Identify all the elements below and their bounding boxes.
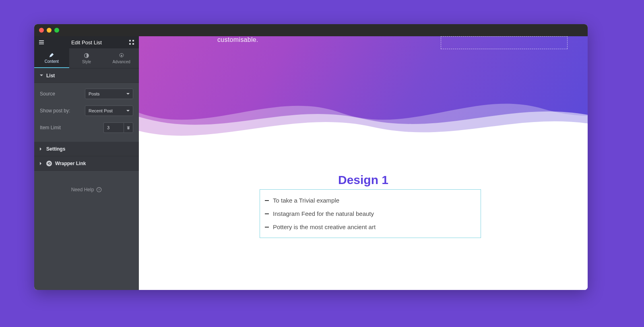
section-wrapper-header[interactable]: ⟲ Wrapper Link <box>34 156 139 171</box>
tab-style-label: Style <box>82 60 91 64</box>
section-list-body: Source Posts Show post by: Recent Post I… <box>34 83 139 142</box>
chevron-down-icon <box>126 110 130 113</box>
window-close-button[interactable] <box>39 28 44 33</box>
item-limit-group: 3 <box>103 122 133 133</box>
menu-icon[interactable] <box>38 39 45 46</box>
contrast-icon <box>84 53 89 58</box>
tab-advanced[interactable]: Advanced <box>104 48 139 68</box>
svg-rect-3 <box>132 43 134 45</box>
help-icon: ? <box>96 187 102 192</box>
item-limit-clear-button[interactable] <box>124 122 133 133</box>
post-list-item[interactable]: Instagram Feed for the natural beauty <box>265 207 476 220</box>
show-by-value: Recent Post <box>89 108 113 113</box>
window-minimize-button[interactable] <box>47 28 52 33</box>
hero-text-fragment: customisable. <box>217 36 258 43</box>
window-maximize-button[interactable] <box>54 28 59 33</box>
post-list-widget[interactable]: To take a Trivial example Instagram Feed… <box>260 189 481 238</box>
control-source: Source Posts <box>40 89 133 99</box>
svg-rect-0 <box>129 40 131 41</box>
tab-content[interactable]: Content <box>34 48 69 68</box>
chevron-right-icon <box>40 147 43 151</box>
link-icon: ⟲ <box>46 161 52 166</box>
svg-point-5 <box>121 55 122 56</box>
svg-rect-1 <box>132 40 134 41</box>
svg-rect-7 <box>127 126 130 127</box>
app-body: Edit Post List Content Style Advanced <box>34 36 588 290</box>
section-settings-title: Settings <box>46 146 65 152</box>
dash-icon <box>265 213 269 214</box>
tab-advanced-label: Advanced <box>112 60 130 64</box>
section-list-title: List <box>46 73 55 79</box>
app-window: Edit Post List Content Style Advanced <box>34 24 588 290</box>
svg-rect-6 <box>128 127 130 129</box>
hero-placeholder-box[interactable] <box>441 36 568 49</box>
section-list-header[interactable]: List <box>34 68 139 83</box>
post-list-item[interactable]: Pottery is the most creative ancient art <box>265 220 476 234</box>
item-limit-label: Item Limit <box>40 125 61 130</box>
help-label: Need Help <box>71 187 94 192</box>
source-value: Posts <box>89 91 100 96</box>
control-show-by: Show post by: Recent Post <box>40 106 133 116</box>
chevron-down-icon <box>126 93 130 96</box>
editor-tabs: Content Style Advanced <box>34 48 139 68</box>
grid-icon[interactable] <box>128 39 135 46</box>
sidebar-title: Edit Post List <box>45 39 128 46</box>
source-select[interactable]: Posts <box>85 89 133 99</box>
item-limit-value: 3 <box>107 125 109 130</box>
tab-content-label: Content <box>45 59 59 64</box>
source-label: Source <box>40 91 55 97</box>
svg-text:?: ? <box>98 188 100 192</box>
svg-rect-2 <box>129 43 131 45</box>
control-item-limit: Item Limit 3 <box>40 122 133 133</box>
gear-icon <box>119 53 124 58</box>
dash-icon <box>265 227 269 228</box>
item-limit-input[interactable]: 3 <box>103 122 124 133</box>
sidebar-header: Edit Post List <box>34 36 139 48</box>
post-list-item[interactable]: To take a Trivial example <box>265 194 476 207</box>
show-by-select[interactable]: Recent Post <box>85 106 133 116</box>
dash-icon <box>265 200 269 201</box>
chevron-down-icon <box>40 75 43 78</box>
post-title: Instagram Feed for the natural beauty <box>273 210 374 217</box>
show-by-label: Show post by: <box>40 108 70 114</box>
trash-icon <box>126 126 130 130</box>
design-title: Design 1 <box>139 173 588 187</box>
preview-canvas[interactable]: customisable. Design 1 To take a Trivial… <box>139 36 588 290</box>
window-titlebar <box>34 24 588 36</box>
post-title: To take a Trivial example <box>273 197 339 204</box>
chevron-right-icon <box>40 162 43 165</box>
editor-sidebar: Edit Post List Content Style Advanced <box>34 36 139 290</box>
wave-layer-3 <box>139 103 588 151</box>
section-wrapper-title: Wrapper Link <box>55 161 86 166</box>
tab-style[interactable]: Style <box>69 48 104 68</box>
pencil-icon <box>49 52 54 58</box>
section-settings-header[interactable]: Settings <box>34 142 139 156</box>
post-title: Pottery is the most creative ancient art <box>273 224 376 230</box>
help-link[interactable]: Need Help ? <box>34 187 139 192</box>
